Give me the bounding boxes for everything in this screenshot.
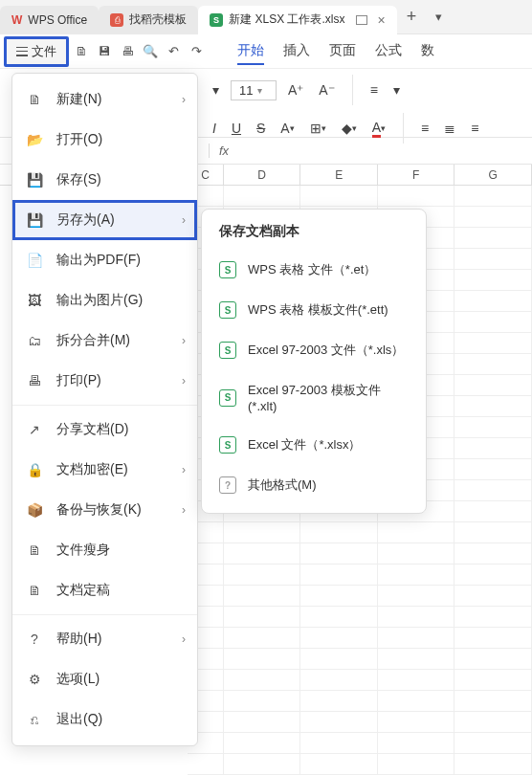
highlight-button[interactable]: A▾ (368, 118, 389, 140)
save-as-option[interactable]: S Excel 97-2003 模板文件(*.xlt) (210, 370, 418, 425)
file-menu-item[interactable]: 💾 保存(S) (12, 160, 197, 200)
chevron-right-icon: › (182, 463, 186, 476)
col-head[interactable]: G (454, 165, 532, 185)
menu-item-icon: 📂 (26, 131, 43, 148)
menu-item-icon: 🗎 (26, 542, 43, 559)
file-menu-item[interactable]: 📂 打开(O) (12, 120, 197, 160)
window-icon[interactable] (356, 15, 367, 25)
file-menu-item[interactable]: 🗎 文档定稿 (12, 570, 197, 610)
menu-item-label: 分享文档(D) (56, 421, 128, 438)
menu-item-label: 新建(N) (56, 91, 101, 108)
file-menu-item[interactable]: 🗂 拆分合并(M) › (12, 321, 197, 361)
new-doc-icon[interactable]: 🗎 (71, 41, 92, 62)
file-menu-item[interactable]: 🖶 打印(P) › (12, 361, 197, 401)
file-type-icon: S (219, 301, 236, 319)
file-menu-item[interactable]: 📄 输出为PDF(F) (12, 240, 197, 280)
file-type-icon: ? (219, 476, 236, 494)
file-menu-item[interactable]: ↗ 分享文档(D) (12, 410, 197, 450)
save-as-option[interactable]: ? 其他格式(M) (210, 465, 418, 505)
wps-logo-icon: W (11, 13, 22, 27)
menu-item-label: 输出为图片(G) (56, 292, 143, 309)
align-right-button[interactable]: ≡ (467, 119, 482, 138)
file-menu-button[interactable]: 文件 (4, 36, 69, 67)
title-bar: W WPS Office ⎙ 找稻壳模板 S 新建 XLSX 工作表.xlsx … (0, 0, 532, 34)
font-dropdown-chevron[interactable]: ▾ (209, 80, 223, 100)
file-menu-item[interactable]: 🗎 新建(N) › (12, 79, 197, 120)
save-as-option[interactable]: S WPS 表格 文件（*.et） (210, 250, 418, 290)
save-as-submenu: 保存文档副本 S WPS 表格 文件（*.et）S WPS 表格 模板文件(*.… (201, 209, 427, 514)
col-head[interactable]: E (300, 165, 378, 185)
file-menu-item[interactable]: 🖼 输出为图片(G) (12, 280, 197, 321)
col-head[interactable]: F (378, 165, 455, 185)
save-as-option[interactable]: S Excel 97-2003 文件（*.xls） (210, 330, 418, 370)
font-size-select[interactable]: 11▾ (231, 80, 277, 100)
menu-item-label: 文档加密(E) (56, 461, 128, 478)
border-button[interactable]: ⊞▾ (306, 119, 330, 138)
italic-button[interactable]: I (209, 119, 220, 138)
align-left-icon[interactable]: ≡ (366, 80, 382, 100)
save-icon[interactable]: 💾︎ (94, 41, 115, 62)
tab-label: 找稻壳模板 (129, 11, 187, 28)
save-as-option-label: Excel 97-2003 文件（*.xls） (248, 342, 404, 359)
save-as-option[interactable]: S WPS 表格 模板文件(*.ett) (210, 290, 418, 330)
menu-item-icon: 📄 (26, 252, 43, 269)
menu-item-icon: ⎌ (26, 711, 43, 728)
ribbon-tabs: 开始 插入 页面 公式 数 (237, 38, 434, 65)
menu-item-icon: ↗ (26, 421, 43, 438)
print-icon[interactable]: 🖶 (117, 41, 138, 62)
save-as-option-label: WPS 表格 文件（*.et） (248, 261, 376, 278)
file-menu-item[interactable]: ? 帮助(H) › (12, 619, 197, 659)
tab-template[interactable]: ⎙ 找稻壳模板 (99, 6, 198, 34)
menu-item-label: 另存为(A) (56, 211, 115, 229)
menu-item-icon: ⚙ (26, 671, 43, 688)
add-tab-button[interactable]: + (397, 7, 427, 27)
ribbon-tab-insert[interactable]: 插入 (283, 38, 310, 65)
tab-label: 新建 XLSX 工作表.xlsx (229, 11, 344, 28)
file-menu-item[interactable]: 🔒 文档加密(E) › (12, 450, 197, 490)
ribbon-tab-start[interactable]: 开始 (237, 38, 264, 65)
redo-icon[interactable]: ↷ (186, 41, 207, 62)
tab-dropdown-icon[interactable]: ▾ (426, 10, 452, 24)
ribbon-tab-page[interactable]: 页面 (329, 38, 356, 65)
submenu-title: 保存文档副本 (210, 223, 418, 250)
hamburger-icon (16, 47, 28, 56)
ribbon-tab-formula[interactable]: 公式 (375, 38, 402, 65)
save-as-option[interactable]: S Excel 文件（*.xlsx） (210, 425, 418, 465)
decrease-font-button[interactable]: A⁻ (315, 80, 338, 100)
close-icon[interactable]: × (377, 12, 385, 28)
menu-item-icon: 🖼 (26, 292, 43, 309)
menu-item-icon: 🔒 (26, 461, 43, 478)
menu-item-icon: 🗂 (26, 332, 43, 349)
file-menu-item[interactable]: 📦 备份与恢复(K) › (12, 490, 197, 530)
menu-item-label: 打开(O) (56, 131, 102, 148)
align-dropdown-icon[interactable]: ▾ (389, 80, 404, 100)
file-menu-item[interactable]: ⎌ 退出(Q) (12, 699, 197, 740)
save-as-option-label: 其他格式(M) (248, 476, 317, 494)
file-menu-item[interactable]: 🗎 文件瘦身 (12, 530, 197, 570)
separator (352, 75, 353, 105)
col-head[interactable]: D (224, 165, 301, 185)
align-left-button[interactable]: ≡ (417, 119, 432, 138)
print-preview-icon[interactable]: 🔍 (140, 41, 161, 62)
fx-label[interactable]: fx (209, 144, 238, 158)
font-color-button[interactable]: A▾ (277, 119, 298, 138)
align-center-button[interactable]: ≣ (440, 119, 459, 138)
underline-button[interactable]: U (228, 119, 245, 138)
strike-button[interactable]: S (253, 119, 269, 138)
file-menu-item[interactable]: ⚙ 选项(L) (12, 659, 197, 699)
menu-item-label: 保存(S) (56, 171, 101, 188)
increase-font-button[interactable]: A⁺ (284, 80, 307, 100)
menu-item-icon: 💾 (26, 211, 43, 229)
menu-item-label: 文档定稿 (56, 582, 110, 599)
tab-document[interactable]: S 新建 XLSX 工作表.xlsx × (198, 6, 397, 34)
fill-color-button[interactable]: ◆▾ (338, 119, 361, 138)
file-menu-item[interactable]: 💾 另存为(A) › (12, 200, 197, 240)
ribbon-tab-data[interactable]: 数 (421, 38, 434, 65)
menu-item-icon: 💾 (26, 171, 43, 188)
tab-wps-home[interactable]: W WPS Office (0, 6, 99, 34)
font-size-value: 11 (239, 83, 253, 98)
menu-item-icon: 🗎 (26, 91, 43, 108)
undo-icon[interactable]: ↶ (163, 41, 184, 62)
separator (403, 113, 404, 144)
menu-item-icon: 🗎 (26, 582, 43, 599)
